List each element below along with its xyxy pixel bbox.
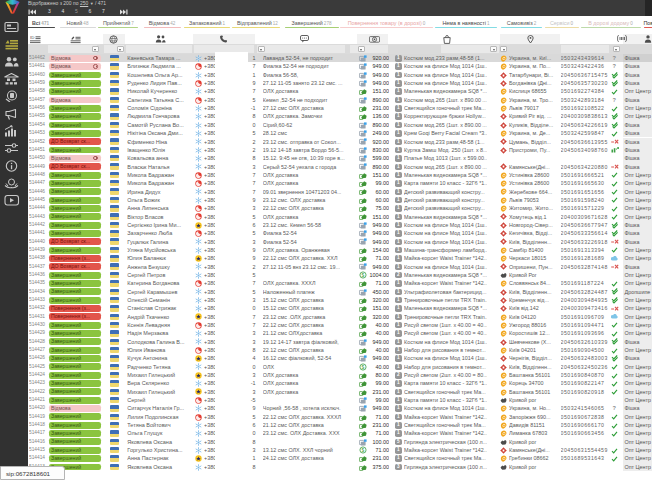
svg-text:ID: ID bbox=[30, 36, 34, 40]
svg-text:$: $ bbox=[361, 272, 364, 278]
svg-text:$: $ bbox=[361, 447, 364, 453]
svg-text:$: $ bbox=[361, 364, 364, 370]
